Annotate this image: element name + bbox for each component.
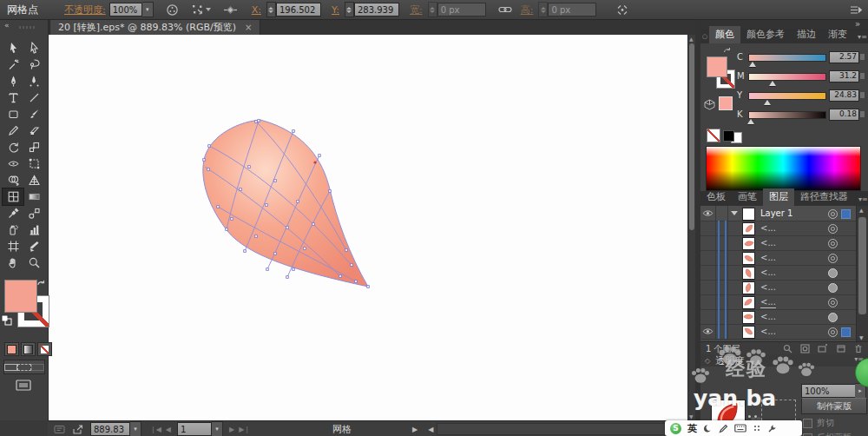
expand-triangle-icon[interactable]: [731, 211, 738, 215]
sublayer-row[interactable]: <...: [700, 221, 857, 236]
tab-swatches[interactable]: 色板: [700, 188, 732, 206]
x-stepper[interactable]: [266, 2, 276, 17]
sublayer-label[interactable]: <...: [760, 268, 776, 277]
draw-behind-button[interactable]: [17, 360, 30, 373]
sublayer-thumbnail[interactable]: [742, 311, 755, 324]
target-circle[interactable]: [828, 224, 838, 234]
black-swatch[interactable]: [723, 130, 734, 142]
tab-close-icon[interactable]: ×: [245, 23, 252, 32]
yellow-value[interactable]: 24.83: [829, 89, 859, 102]
tab-stroke[interactable]: 描边: [791, 26, 822, 43]
selected-art-indicator[interactable]: [841, 327, 851, 337]
closest-web-color-swatch[interactable]: [719, 96, 733, 110]
visibility-toggle[interactable]: [700, 324, 716, 339]
visibility-toggle[interactable]: [700, 265, 716, 280]
tool-selection[interactable]: [3, 40, 23, 56]
hscroll-left-icon[interactable]: ▶: [412, 426, 418, 433]
sublayer-label[interactable]: <...: [760, 223, 776, 233]
tool-direct-selection[interactable]: [23, 40, 44, 56]
mini-swap-icon[interactable]: [723, 47, 733, 55]
layers-scrollbar[interactable]: ▲ ▼: [856, 206, 868, 341]
tab-layers[interactable]: 图层: [763, 188, 794, 206]
ime-grid-icon[interactable]: [753, 424, 761, 433]
target-circle[interactable]: [828, 239, 838, 248]
horizontal-scrollbar[interactable]: [437, 423, 692, 435]
black-slider[interactable]: [748, 111, 826, 119]
ime-moon-icon[interactable]: [703, 424, 713, 433]
opacity-dropdown-icon[interactable]: ▾: [142, 2, 154, 17]
sublayer-thumbnail[interactable]: [742, 222, 755, 235]
make-mask-button[interactable]: 制作蒙版: [801, 398, 867, 414]
tab-pathfinder[interactable]: 路径查找器: [794, 188, 854, 206]
tab-gradient[interactable]: 渐变: [822, 26, 853, 43]
sublayer-label[interactable]: <...: [760, 253, 776, 262]
sublayer-row[interactable]: <...: [700, 324, 857, 340]
recolor-artwork-icon[interactable]: [166, 3, 179, 17]
new-layer-icon[interactable]: [836, 344, 846, 353]
tool-column-graph[interactable]: [23, 221, 44, 238]
panel-menu-icon[interactable]: ▾≡: [853, 33, 868, 43]
sublayer-thumbnail[interactable]: [742, 281, 755, 294]
y-stepper[interactable]: [345, 2, 354, 17]
layers-scroll-thumb[interactable]: [858, 217, 866, 314]
swap-fill-stroke-icon[interactable]: [36, 280, 47, 290]
sublayer-label[interactable]: <...: [760, 327, 776, 336]
default-fill-stroke-icon[interactable]: [1, 314, 12, 326]
zoom-dropdown-icon[interactable]: ▾: [130, 421, 141, 436]
hscroll-right-icon[interactable]: ◀: [428, 426, 433, 433]
tab-color[interactable]: 颜色: [709, 26, 740, 43]
link-dimensions-icon[interactable]: [498, 4, 512, 15]
document-tab[interactable]: 20 [转换].eps* @ 889.83% (RGB/预览) ×: [49, 19, 260, 35]
layer-thumbnail[interactable]: [742, 208, 755, 221]
fill-swatch[interactable]: [4, 280, 37, 313]
tool-free-transform[interactable]: [23, 155, 44, 172]
sublayer-row[interactable]: <...: [700, 265, 857, 281]
sublayer-label[interactable]: <...: [760, 312, 776, 321]
sublayer-label[interactable]: <...: [760, 238, 776, 248]
magenta-slider[interactable]: [748, 73, 826, 81]
target-circle[interactable]: [828, 327, 838, 337]
free-distort-icon[interactable]: [615, 3, 629, 17]
tool-gradient[interactable]: [23, 188, 44, 205]
ime-keyboard-icon[interactable]: [734, 424, 746, 433]
black-value[interactable]: 0.18: [829, 109, 859, 121]
zoom-field[interactable]: 889.83: [90, 422, 130, 436]
sublayer-label[interactable]: <...: [760, 297, 776, 308]
none-swatch[interactable]: [707, 129, 720, 142]
panel-dock-toggle-icon[interactable]: [850, 5, 862, 15]
make-mask-icon[interactable]: [800, 344, 810, 353]
x-label[interactable]: X:: [252, 4, 261, 16]
color-mode-button[interactable]: [4, 342, 19, 356]
opacity-field[interactable]: 100%: [109, 3, 142, 17]
visibility-toggle[interactable]: [700, 221, 716, 235]
y-field[interactable]: 283.939: [354, 3, 399, 17]
tab-brushes[interactable]: 画笔: [732, 188, 763, 206]
tool-hand[interactable]: [3, 254, 23, 271]
tool-line-segment[interactable]: [23, 89, 44, 106]
y-label[interactable]: Y:: [332, 4, 339, 16]
new-sublayer-icon[interactable]: [818, 344, 828, 353]
tool-lasso[interactable]: [23, 56, 44, 73]
draw-normal-button[interactable]: [4, 360, 17, 373]
panel-menu-icon[interactable]: ▾≡: [854, 195, 868, 206]
tool-rotate[interactable]: [3, 139, 23, 155]
toolbar-collapse-icon[interactable]: «: [4, 21, 10, 30]
sublayer-row[interactable]: <...: [700, 235, 857, 251]
gradient-mode-button[interactable]: [21, 342, 36, 356]
tool-perspective-grid[interactable]: [23, 172, 44, 188]
sublayer-thumbnail[interactable]: [742, 326, 755, 339]
tool-symbol-sprayer[interactable]: [3, 221, 23, 238]
visibility-toggle[interactable]: [700, 280, 716, 294]
color-spectrum[interactable]: [706, 146, 861, 191]
target-circle[interactable]: [828, 209, 838, 219]
out-of-gamut-cube-icon[interactable]: [704, 99, 715, 110]
visibility-toggle[interactable]: [700, 294, 716, 309]
transparency-opacity-field[interactable]: 100%: [801, 384, 862, 398]
target-circle[interactable]: [828, 283, 838, 293]
tool-pen[interactable]: [3, 73, 23, 89]
gradient-mesh-petal[interactable]: [48, 35, 687, 420]
target-circle[interactable]: [828, 254, 838, 263]
sublayer-thumbnail[interactable]: [742, 252, 755, 265]
tool-magic-wand[interactable]: [3, 56, 23, 73]
opacity-label[interactable]: 不透明度:: [64, 3, 106, 17]
